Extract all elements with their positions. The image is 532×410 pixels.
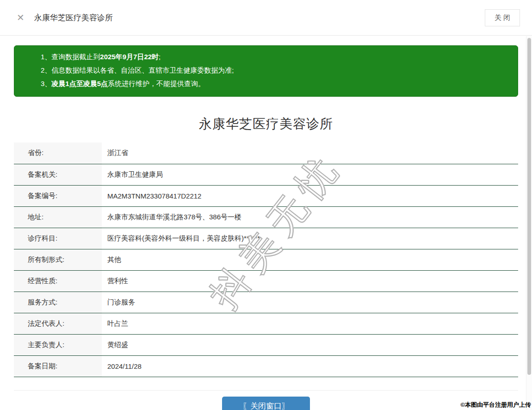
table-row: 备案编号:MA2M3TNM233078417D2212: [14, 185, 518, 206]
clinic-title: 永康华芝医疗美容诊所: [14, 97, 518, 133]
row-value: 医疗美容科(美容外科一级科目，美容皮肤科)******: [102, 228, 518, 249]
info-table: 省份:浙江省备案机关:永康市卫生健康局备案编号:MA2M3TNM23307841…: [14, 143, 518, 377]
row-label: 备案编号:: [14, 185, 102, 206]
table-row: 诊疗科目:医疗美容科(美容外科一级科目，美容皮肤科)******: [14, 228, 518, 249]
notice-line: 3、凌晨1点至凌晨5点系统进行维护，不能提供查询。: [41, 77, 508, 90]
notice-segment: 系统进行维护，不能提供查询。: [108, 80, 205, 87]
row-value: 永康市卫生健康局: [102, 164, 518, 185]
notice-line: 2、信息数据结果以各省、自治区、直辖市卫生健康委数据为准;: [41, 63, 508, 77]
row-value: 叶占兰: [102, 313, 518, 334]
row-label: 备案机关:: [14, 164, 102, 185]
row-value: 营利性: [102, 270, 518, 292]
copyright-note: ©本图由平台注册用户上传: [460, 401, 531, 409]
row-label: 诊疗科目:: [14, 228, 102, 249]
notice-segment: 2025年9月7日22时: [100, 53, 159, 61]
row-value: 2024/11/28: [102, 355, 518, 377]
notice-box: 1、查询数据截止到2025年9月7日22时;2、信息数据结果以各省、自治区、直辖…: [14, 45, 518, 97]
row-label: 所有制形式:: [14, 249, 102, 270]
notice-number: 2、: [41, 66, 51, 74]
row-value: 浙江省: [102, 143, 518, 164]
close-x-icon[interactable]: ✕: [17, 13, 25, 22]
table-row: 省份:浙江省: [14, 143, 518, 164]
notice-segment: ;: [159, 53, 161, 61]
table-row: 地址:永康市东城街道华溪北路378号、386号一楼: [14, 206, 518, 228]
notice-number: 3、: [41, 80, 51, 87]
table-row: 备案机关:永康市卫生健康局: [14, 164, 518, 185]
row-label: 地址:: [14, 206, 102, 228]
row-label: 主要负责人:: [14, 334, 102, 355]
table-row: 法定代表人:叶占兰: [14, 313, 518, 334]
header-close-button[interactable]: 关 闭: [485, 9, 520, 26]
footer: 〖关闭窗口〗: [14, 391, 518, 410]
row-value: MA2M3TNM233078417D2212: [102, 185, 518, 206]
notice-segment: 查询数据截止到: [51, 53, 100, 61]
row-label: 备案日期:: [14, 355, 102, 377]
main-content: 1、查询数据截止到2025年9月7日22时;2、信息数据结果以各省、自治区、直辖…: [0, 45, 532, 410]
table-row: 经营性质:营利性: [14, 270, 518, 292]
row-value: 门诊服务: [102, 292, 518, 313]
table-row: 备案日期:2024/11/28: [14, 355, 518, 377]
notice-line: 1、查询数据截止到2025年9月7日22时;: [41, 50, 508, 63]
row-label: 服务方式:: [14, 292, 102, 313]
scrollbar-thumb[interactable]: [527, 38, 531, 375]
notice-segment: 凌晨1点至凌晨5点: [51, 80, 108, 87]
table-row: 所有制形式:其他: [14, 249, 518, 270]
row-label: 法定代表人:: [14, 313, 102, 334]
close-window-button[interactable]: 〖关闭窗口〗: [222, 397, 310, 410]
table-row: 服务方式:门诊服务: [14, 292, 518, 313]
header: ✕ 永康华芝医疗美容诊所 关 闭: [0, 0, 532, 36]
row-value: 黄绍盛: [102, 334, 518, 355]
scrollbar-track[interactable]: [526, 36, 532, 410]
row-label: 经营性质:: [14, 270, 102, 292]
row-value: 永康市东城街道华溪北路378号、386号一楼: [102, 206, 518, 228]
notice-number: 1、: [41, 53, 51, 61]
row-value: 其他: [102, 249, 518, 270]
row-label: 省份:: [14, 143, 102, 164]
notice-segment: 信息数据结果以各省、自治区、直辖市卫生健康委数据为准;: [51, 66, 234, 74]
header-title: 永康华芝医疗美容诊所: [34, 12, 113, 23]
table-row: 主要负责人:黄绍盛: [14, 334, 518, 355]
